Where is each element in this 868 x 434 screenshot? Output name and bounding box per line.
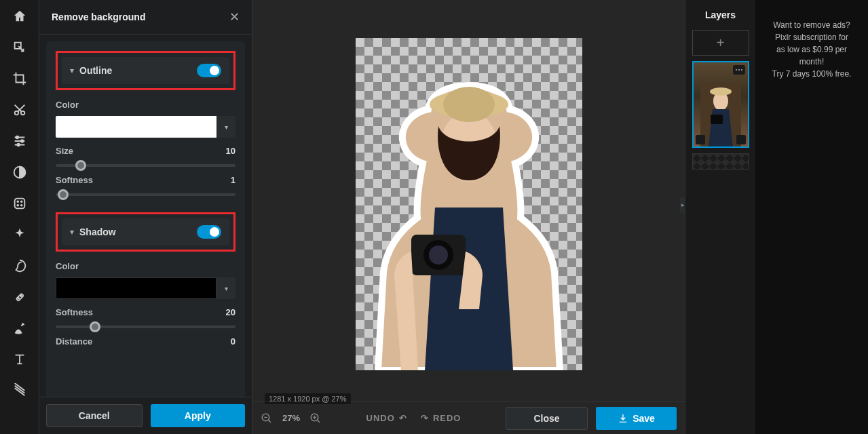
canvas-image[interactable] [356,38,582,370]
svg-rect-25 [711,115,723,124]
arrange-icon[interactable] [12,39,28,56]
svg-point-19 [429,245,448,264]
effect-icon[interactable] [12,226,28,243]
layer-menu-icon[interactable]: ⋯ [733,65,745,75]
layer-thumbnail[interactable]: ⋯ [692,61,749,148]
chevron-down-icon: ▾ [70,66,74,75]
outline-color-dropdown[interactable]: ▾ [216,116,235,138]
svg-point-3 [20,140,23,142]
svg-rect-11 [16,294,23,301]
layers-title: Layers [705,9,736,20]
adjust-icon[interactable] [12,133,28,149]
layers-panel: Layers + ⋯ ▸ [685,0,755,434]
shadow-color-swatch[interactable] [56,277,216,299]
add-layer-button[interactable]: + [692,30,749,56]
softness-label: Softness [56,175,93,185]
redo-button[interactable]: ↷REDO [421,413,461,423]
zoom-in-icon[interactable] [309,412,322,425]
ad-text[interactable]: Want to remove ads? Pixlr subscription f… [772,19,852,80]
zoom-out-icon[interactable] [261,412,273,425]
outline-section-header[interactable]: ▾ Outline [62,57,229,84]
undo-button[interactable]: UNDO↶ [366,413,407,423]
softness-value: 1 [231,175,235,185]
outline-color-swatch[interactable] [56,116,216,138]
apply-button[interactable]: Apply [151,404,246,427]
shadow-color-label: Color [56,261,79,271]
contrast-icon[interactable] [12,164,28,180]
svg-point-12 [18,298,19,299]
outline-toggle[interactable] [197,64,221,77]
outline-highlight: ▾ Outline [56,51,235,90]
outline-color-label: Color [56,100,79,110]
lock-icon [736,135,746,144]
home-icon[interactable] [12,8,28,24]
size-label: Size [56,146,73,156]
shadow-color-dropdown[interactable]: ▾ [216,277,235,299]
svg-point-7 [17,201,18,202]
svg-point-13 [20,295,21,296]
size-value: 10 [226,146,235,156]
svg-point-10 [20,205,22,206]
options-panel: Remove background ✕ ▾ Outline Color ▾ [39,0,252,434]
element-icon[interactable] [12,382,28,399]
undo-icon: ↶ [399,413,407,423]
shadow-toggle[interactable] [197,225,221,239]
cancel-button[interactable]: Cancel [46,404,143,427]
canvas-area: 1281 x 1920 px @ 27% 27% UNDO↶ ↷REDO Clo… [252,0,685,434]
svg-point-9 [17,205,18,206]
cutout-icon[interactable] [12,102,28,118]
distance-value: 0 [231,336,235,347]
size-slider[interactable] [56,164,235,167]
image-type-icon [696,135,705,144]
left-toolbar [0,0,39,434]
shadow-section-header[interactable]: ▾ Shadow [62,218,229,245]
shadow-label: Shadow [79,226,116,237]
close-icon[interactable]: ✕ [229,9,240,24]
svg-point-24 [710,87,732,96]
heal-icon[interactable] [12,289,28,305]
svg-point-4 [17,144,20,146]
chevron-down-icon: ▾ [70,227,74,237]
svg-point-8 [20,201,22,202]
draw-icon[interactable] [12,320,28,336]
distance-label: Distance [56,336,92,347]
text-icon[interactable] [12,351,28,368]
crop-icon[interactable] [12,71,28,87]
expand-handle[interactable]: ▸ [680,197,685,213]
redo-icon: ↷ [421,413,429,423]
canvas-dimensions: 1281 x 1920 px @ 27% [265,393,351,404]
subject-cutout [371,72,567,370]
close-button[interactable]: Close [506,407,588,430]
save-button[interactable]: Save [596,407,677,430]
shadow-highlight: ▾ Shadow [56,212,235,252]
liquify-icon[interactable] [12,258,28,274]
softness-slider[interactable] [56,193,235,196]
bottom-bar: 27% UNDO↶ ↷REDO Close Save [252,401,685,434]
canvas-viewport[interactable] [252,0,685,401]
panel-title: Remove background [52,12,145,22]
zoom-value: 27% [282,413,300,423]
svg-point-2 [16,136,18,139]
shadow-softness-value: 20 [226,307,235,317]
svg-point-16 [443,87,495,122]
layer-empty-slot[interactable] [692,153,749,170]
filter-icon[interactable] [12,195,28,212]
shadow-softness-slider[interactable] [56,326,235,328]
panel-header: Remove background ✕ [39,0,252,35]
outline-label: Outline [79,65,112,76]
shadow-softness-label: Softness [56,307,93,317]
layer-preview [700,82,741,146]
download-icon [618,413,628,424]
ad-rail: Want to remove ads? Pixlr subscription f… [755,0,868,434]
svg-rect-6 [14,199,24,209]
